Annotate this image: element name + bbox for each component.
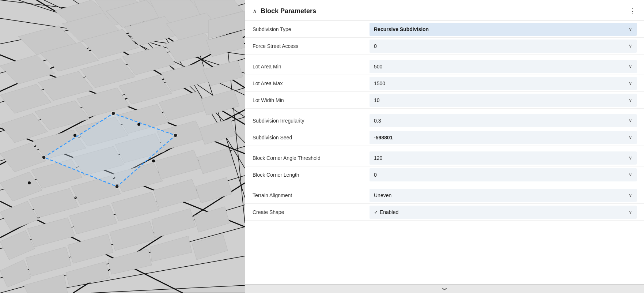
param-row-block-corner-angle-threshold[interactable]: Block Corner Angle Threshold120∨ bbox=[245, 150, 644, 166]
param-dropdown-icon-block-corner-length[interactable]: ∨ bbox=[629, 172, 632, 177]
param-row-lot-area-max[interactable]: Lot Area Max1500∨ bbox=[245, 75, 644, 92]
param-label-lot-area-min: Lot Area Min bbox=[253, 59, 370, 74]
param-dropdown-icon-lot-width-min[interactable]: ∨ bbox=[629, 97, 632, 103]
param-row-subdivision-irregularity[interactable]: Subdivision Irregularity0.3∨ bbox=[245, 112, 644, 129]
param-dropdown-icon-subdivision-type[interactable]: ∨ bbox=[629, 26, 632, 32]
param-row-subdivision-seed[interactable]: Subdivision Seed-598801∨ bbox=[245, 129, 644, 146]
param-dropdown-icon-terrain-alignment[interactable]: ∨ bbox=[629, 192, 632, 198]
collapse-chevron-icon[interactable]: ∧ bbox=[253, 8, 257, 15]
param-row-terrain-alignment[interactable]: Terrain AlignmentUneven∨ bbox=[245, 187, 644, 204]
param-value-wrapper-subdivision-seed[interactable]: -598801∨ bbox=[370, 131, 637, 144]
group-spacer bbox=[245, 146, 644, 150]
viewport-svg bbox=[0, 0, 245, 293]
param-label-lot-area-max: Lot Area Max bbox=[253, 76, 370, 91]
param-value-lot-area-max: 1500 bbox=[374, 80, 385, 86]
svg-point-102 bbox=[152, 159, 155, 162]
param-value-wrapper-create-shape[interactable]: ✓ Enabled∨ bbox=[370, 206, 637, 219]
param-label-terrain-alignment: Terrain Alignment bbox=[253, 188, 370, 203]
param-value-subdivision-irregularity: 0.3 bbox=[374, 118, 381, 124]
param-label-subdivision-irregularity: Subdivision Irregularity bbox=[253, 113, 370, 128]
param-label-subdivision-type: Subdivision Type bbox=[253, 22, 370, 37]
param-value-block-corner-length: 0 bbox=[374, 172, 377, 178]
param-row-lot-area-min[interactable]: Lot Area Min500∨ bbox=[245, 58, 644, 75]
svg-point-103 bbox=[28, 181, 31, 184]
svg-point-101 bbox=[137, 123, 140, 126]
param-row-force-street-access[interactable]: Force Street Access0∨ bbox=[245, 38, 644, 55]
param-dropdown-icon-force-street-access[interactable]: ∨ bbox=[629, 43, 632, 49]
param-value-create-shape: ✓ Enabled bbox=[374, 209, 398, 215]
param-label-block-corner-length: Block Corner Length bbox=[253, 168, 370, 182]
more-options-icon[interactable]: ⋮ bbox=[629, 7, 637, 15]
svg-point-99 bbox=[115, 185, 119, 188]
scroll-down-button[interactable]: ❯ bbox=[245, 284, 644, 293]
param-value-subdivision-type: Recursive Subdivision bbox=[374, 26, 429, 32]
svg-point-98 bbox=[174, 134, 177, 137]
param-row-lot-width-min[interactable]: Lot Width Min10∨ bbox=[245, 92, 644, 109]
svg-point-97 bbox=[111, 112, 115, 115]
param-label-block-corner-angle-threshold: Block Corner Angle Threshold bbox=[253, 151, 370, 165]
svg-point-100 bbox=[73, 134, 76, 137]
param-value-lot-width-min: 10 bbox=[374, 97, 380, 103]
panel-title: Block Parameters bbox=[261, 7, 316, 15]
param-label-force-street-access: Force Street Access bbox=[253, 39, 370, 53]
viewport-panel bbox=[0, 0, 245, 293]
param-row-block-corner-length[interactable]: Block Corner Length0∨ bbox=[245, 166, 644, 183]
param-value-wrapper-block-corner-length[interactable]: 0∨ bbox=[370, 168, 637, 181]
param-value-subdivision-seed: -598801 bbox=[374, 135, 393, 140]
param-value-wrapper-block-corner-angle-threshold[interactable]: 120∨ bbox=[370, 151, 637, 165]
group-spacer bbox=[245, 55, 644, 58]
svg-point-96 bbox=[42, 155, 46, 159]
scroll-down-icon: ❯ bbox=[442, 287, 447, 291]
param-dropdown-icon-lot-area-min[interactable]: ∨ bbox=[629, 64, 632, 69]
group-spacer bbox=[245, 183, 644, 187]
param-value-wrapper-lot-width-min[interactable]: 10∨ bbox=[370, 94, 637, 107]
param-value-wrapper-subdivision-irregularity[interactable]: 0.3∨ bbox=[370, 114, 637, 127]
params-list: Subdivision TypeRecursive Subdivision∨Fo… bbox=[245, 21, 644, 284]
param-row-create-shape[interactable]: Create Shape✓ Enabled∨ bbox=[245, 204, 644, 221]
param-dropdown-icon-lot-area-max[interactable]: ∨ bbox=[629, 80, 632, 86]
param-label-create-shape: Create Shape bbox=[253, 205, 370, 219]
param-value-wrapper-lot-area-max[interactable]: 1500∨ bbox=[370, 77, 637, 90]
param-value-lot-area-min: 500 bbox=[374, 64, 382, 70]
param-label-lot-width-min: Lot Width Min bbox=[253, 93, 370, 108]
param-value-terrain-alignment: Uneven bbox=[374, 192, 391, 198]
param-dropdown-icon-subdivision-irregularity[interactable]: ∨ bbox=[629, 118, 632, 123]
param-value-force-street-access: 0 bbox=[374, 43, 377, 49]
param-label-subdivision-seed: Subdivision Seed bbox=[253, 130, 370, 145]
panel-header-left: ∧ Block Parameters bbox=[253, 7, 316, 15]
param-value-wrapper-subdivision-type[interactable]: Recursive Subdivision∨ bbox=[370, 23, 637, 36]
param-value-wrapper-lot-area-min[interactable]: 500∨ bbox=[370, 60, 637, 73]
param-value-block-corner-angle-threshold: 120 bbox=[374, 155, 382, 161]
param-dropdown-icon-block-corner-angle-threshold[interactable]: ∨ bbox=[629, 155, 632, 161]
param-row-subdivision-type[interactable]: Subdivision TypeRecursive Subdivision∨ bbox=[245, 21, 644, 38]
param-value-wrapper-terrain-alignment[interactable]: Uneven∨ bbox=[370, 189, 637, 202]
param-dropdown-icon-create-shape[interactable]: ∨ bbox=[629, 209, 632, 215]
panel-header: ∧ Block Parameters ⋮ bbox=[245, 0, 644, 21]
properties-panel: ∧ Block Parameters ⋮ Subdivision TypeRec… bbox=[245, 0, 644, 293]
param-value-wrapper-force-street-access[interactable]: 0∨ bbox=[370, 40, 637, 53]
group-spacer bbox=[245, 109, 644, 112]
param-dropdown-icon-subdivision-seed[interactable]: ∨ bbox=[629, 135, 632, 140]
